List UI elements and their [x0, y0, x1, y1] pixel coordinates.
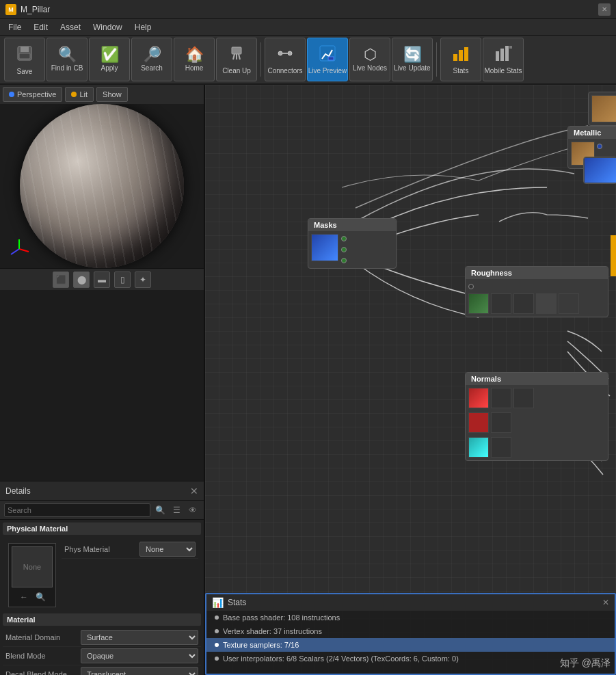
decal-select[interactable]: Translucent [81, 667, 198, 675]
phys-back-button[interactable]: ← [17, 590, 31, 604]
clean-up-button[interactable]: Clean Up [216, 38, 257, 81]
masks-node-header: Masks [308, 219, 396, 231]
stats-label-2: Vertex shader: 37 instructions [223, 627, 322, 635]
decal-row: Decal Blend Mode Translucent [3, 665, 201, 675]
menu-help[interactable]: Help [129, 21, 157, 34]
cube-icon-button[interactable]: ⬛ [53, 272, 69, 288]
phys-material-label: Phys Material [64, 545, 139, 553]
node-canvas[interactable]: Masks Roughness [205, 85, 616, 675]
right-panel: Masks Roughness [205, 85, 616, 675]
stats-close-button[interactable]: ✕ [602, 598, 609, 607]
domain-row: Material Domain Surface [3, 628, 201, 647]
masks-node-body [308, 231, 396, 268]
apply-button[interactable]: ✅ Apply [89, 38, 130, 81]
stats-icon [452, 44, 470, 65]
roughness-node-body [466, 279, 608, 317]
perspective-button[interactable]: Perspective [3, 87, 62, 102]
plane-icon-button[interactable]: ▬ [94, 272, 110, 288]
menu-window[interactable]: Window [88, 21, 128, 34]
stats-label-3: Texture samplers: 7/16 [223, 641, 299, 649]
details-search-input[interactable] [4, 503, 150, 517]
clean-up-label: Clean Up [222, 67, 251, 75]
eye-button[interactable]: 👁 [186, 503, 200, 517]
home-icon: 🏠 [185, 47, 204, 62]
normals-node-body [466, 385, 608, 460]
svg-line-19 [19, 249, 29, 252]
roughness-thumb-5 [559, 293, 579, 314]
home-button[interactable]: 🏠 Home [174, 38, 215, 81]
stats-header: 📊 Stats ✕ [206, 594, 615, 611]
mobile-stats-label: Mobile Stats [484, 67, 522, 75]
show-button[interactable]: Show [96, 87, 128, 102]
stats-panel: 📊 Stats ✕ Base pass shader: 108 instruct… [205, 593, 616, 675]
svg-rect-13 [459, 50, 463, 61]
blue-top-node[interactable] [583, 157, 616, 184]
none-thumb-img: None [12, 546, 53, 587]
blend-row: Blend Mode Opaque [3, 647, 201, 665]
find-in-cb-label: Find in CB [51, 64, 83, 72]
blend-label: Blend Mode [5, 652, 81, 660]
menu-file[interactable]: File [3, 21, 27, 34]
stats-row-1: Base pass shader: 108 instructions [206, 611, 615, 624]
perspective-dot [9, 92, 14, 97]
top-right-node[interactable] [588, 92, 616, 126]
masks-texture-thumb [311, 234, 338, 261]
apply-icon: ✅ [101, 47, 119, 62]
decal-value: Translucent [81, 667, 198, 675]
normals-thumb-7 [491, 437, 511, 458]
live-nodes-button[interactable]: ⬡ Live Nodes [349, 38, 390, 81]
find-in-cb-button[interactable]: 🔍 Find in CB [46, 38, 88, 81]
stats-panel-icon: 📊 [212, 597, 224, 608]
domain-select[interactable]: Surface [81, 630, 198, 645]
connectors-button[interactable]: Connectors [265, 38, 306, 81]
blend-select[interactable]: Opaque [81, 648, 198, 663]
phys-find-button[interactable]: 🔍 [34, 590, 47, 604]
svg-rect-18 [509, 46, 512, 49]
phys-material-value: None [139, 542, 196, 557]
masks-pin-1 [341, 234, 347, 243]
search-label: Search [141, 64, 163, 72]
menu-asset[interactable]: Asset [55, 21, 86, 34]
save-icon [15, 44, 34, 66]
svg-rect-14 [464, 47, 468, 61]
normals-node[interactable]: Normals [465, 372, 608, 461]
svg-rect-3 [232, 47, 241, 54]
custom-icon-button[interactable]: ✦ [135, 272, 151, 288]
roughness-node[interactable]: Roughness [465, 266, 608, 317]
lit-label: Lit [79, 90, 88, 98]
live-preview-icon [319, 44, 336, 65]
search-button[interactable]: 🔎 Search [131, 38, 172, 81]
masks-node[interactable]: Masks [308, 218, 397, 269]
details-close-button[interactable]: ✕ [190, 486, 198, 497]
domain-label: Material Domain [5, 633, 81, 641]
menu-edit[interactable]: Edit [28, 21, 53, 34]
window-title: M_Pillar [21, 5, 598, 14]
preview-sphere [20, 104, 184, 268]
roughness-thumb-4 [536, 293, 557, 314]
stats-button[interactable]: Stats [440, 38, 481, 81]
normals-thumb-1 [468, 388, 489, 408]
list-view-button[interactable]: ☰ [170, 503, 183, 517]
app-icon: M [5, 4, 16, 15]
viewport: Perspective Lit Show [0, 85, 204, 481]
roughness-node-header: Roughness [466, 267, 608, 279]
normals-thumb-3 [513, 388, 534, 408]
toolbar: Save 🔍 Find in CB ✅ Apply 🔎 Search 🏠 Hom… [0, 36, 616, 85]
close-button[interactable]: ✕ [598, 3, 611, 16]
sphere-icon-button[interactable]: ⬤ [73, 272, 90, 288]
mobile-stats-button[interactable]: Mobile Stats [483, 38, 524, 81]
top-right-thumb [591, 95, 616, 122]
live-preview-button[interactable]: Live Preview [307, 38, 348, 81]
clean-up-icon [228, 44, 245, 65]
live-update-button[interactable]: 🔄 Live Update [392, 38, 433, 81]
search-icon-button[interactable]: 🔍 [153, 503, 167, 517]
phys-material-select[interactable]: None [139, 542, 196, 557]
phys-material-thumb: None ← 🔍 [8, 543, 56, 607]
save-label: Save [17, 68, 33, 76]
normals-thumb-2 [491, 388, 511, 408]
lit-button[interactable]: Lit [65, 87, 94, 102]
cylinder-icon-button[interactable]: ▯ [114, 272, 131, 288]
save-button[interactable]: Save [4, 38, 45, 81]
svg-rect-12 [453, 54, 457, 61]
details-header: Details ✕ [0, 481, 204, 501]
